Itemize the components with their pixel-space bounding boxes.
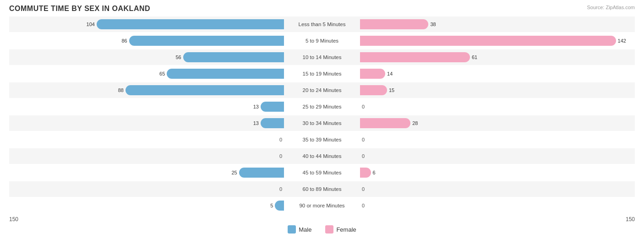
female-bar — [360, 52, 470, 62]
female-section: 38 — [360, 16, 635, 32]
male-section: 86 — [9, 33, 284, 49]
male-value: 13 — [253, 104, 259, 109]
female-value-zero: 0 — [362, 186, 365, 192]
female-bar — [360, 19, 428, 29]
row-label: 5 to 9 Minutes — [284, 38, 360, 43]
female-section: 28 — [360, 115, 635, 131]
female-section: 14 — [360, 66, 635, 81]
row-label: 60 to 89 Minutes — [284, 186, 360, 192]
male-section: 13 — [9, 99, 284, 114]
male-section: 56 — [9, 49, 284, 65]
source-label: Source: ZipAtlas.com — [587, 5, 635, 10]
male-section: 25 — [9, 165, 284, 180]
male-value-zero: 0 — [279, 186, 282, 192]
row-label: 30 to 34 Minutes — [284, 120, 360, 126]
female-bar — [360, 69, 385, 79]
male-bar — [97, 19, 284, 29]
legend-male-label: Male — [299, 226, 311, 233]
female-section: 61 — [360, 49, 635, 65]
row-label: 45 to 59 Minutes — [284, 170, 360, 175]
female-section: 0 — [360, 198, 635, 213]
male-bar — [129, 36, 284, 46]
female-value: 28 — [412, 120, 418, 126]
male-bar — [275, 201, 284, 211]
male-section: 104 — [9, 16, 284, 32]
male-section: 65 — [9, 66, 284, 81]
female-bar — [360, 85, 387, 95]
chart-container: COMMUTE TIME BY SEX IN OAKLAND Source: Z… — [0, 0, 644, 239]
female-bar — [360, 36, 616, 46]
female-section: 0 — [360, 181, 635, 197]
legend-female-swatch — [325, 225, 333, 234]
axis-right: 150 — [626, 216, 635, 223]
female-section: 0 — [360, 132, 635, 147]
male-value: 88 — [118, 87, 124, 93]
female-value: 61 — [472, 54, 477, 60]
male-section: 88 — [9, 82, 284, 98]
chart-row: 590 or more Minutes0 — [9, 198, 635, 213]
chart-row: 035 to 39 Minutes0 — [9, 132, 635, 147]
male-value-zero: 0 — [279, 153, 282, 159]
row-label: 40 to 44 Minutes — [284, 153, 360, 159]
male-bar — [261, 102, 284, 112]
chart-row: 2545 to 59 Minutes6 — [9, 165, 635, 180]
female-value-zero: 0 — [362, 203, 365, 208]
female-value: 142 — [618, 38, 626, 43]
legend: Male Female — [9, 225, 635, 234]
male-section: 0 — [9, 132, 284, 147]
male-bar — [126, 85, 284, 95]
row-label: 35 to 39 Minutes — [284, 137, 360, 142]
male-bar — [239, 168, 284, 178]
chart-row: 8820 to 24 Minutes15 — [9, 82, 635, 98]
legend-female: Female — [325, 225, 356, 234]
chart-row: 6515 to 19 Minutes14 — [9, 66, 635, 81]
legend-male-swatch — [288, 225, 296, 234]
female-value-zero: 0 — [362, 137, 365, 142]
female-bar — [360, 118, 410, 128]
male-value-zero: 0 — [279, 137, 282, 142]
male-bar — [261, 118, 284, 128]
chart-row: 1330 to 34 Minutes28 — [9, 115, 635, 131]
chart-title: COMMUTE TIME BY SEX IN OAKLAND — [9, 5, 635, 13]
row-label: 20 to 24 Minutes — [284, 87, 360, 93]
row-label: 25 to 29 Minutes — [284, 104, 360, 109]
axis-left: 150 — [9, 216, 18, 223]
chart-row: 1325 to 29 Minutes0 — [9, 99, 635, 114]
row-label: Less than 5 Minutes — [284, 22, 360, 27]
female-bar — [360, 168, 371, 178]
female-value: 15 — [389, 87, 394, 93]
axis-labels: 150 150 — [9, 216, 635, 223]
male-value: 86 — [121, 38, 127, 43]
male-section: 5 — [9, 198, 284, 213]
row-label: 90 or more Minutes — [284, 203, 360, 208]
male-value: 25 — [231, 170, 237, 175]
legend-male: Male — [288, 225, 311, 234]
male-section: 0 — [9, 148, 284, 164]
male-section: 0 — [9, 181, 284, 197]
male-value: 56 — [175, 54, 181, 60]
row-label: 10 to 14 Minutes — [284, 54, 360, 60]
chart-row: 060 to 89 Minutes0 — [9, 181, 635, 197]
female-section: 142 — [360, 33, 635, 49]
row-label: 15 to 19 Minutes — [284, 71, 360, 76]
female-section: 0 — [360, 99, 635, 114]
female-value: 14 — [387, 71, 393, 76]
male-value: 65 — [159, 71, 165, 76]
chart-row: 040 to 44 Minutes0 — [9, 148, 635, 164]
male-bar — [183, 52, 284, 62]
male-value: 5 — [270, 203, 273, 208]
legend-female-label: Female — [336, 226, 356, 233]
female-section: 15 — [360, 82, 635, 98]
chart-area: 104Less than 5 Minutes38865 to 9 Minutes… — [9, 16, 635, 213]
female-value-zero: 0 — [362, 104, 365, 109]
male-bar — [167, 69, 284, 79]
chart-row: 104Less than 5 Minutes38 — [9, 16, 635, 32]
male-value: 13 — [253, 120, 259, 126]
chart-row: 5610 to 14 Minutes61 — [9, 49, 635, 65]
female-value-zero: 0 — [362, 153, 365, 159]
female-value: 38 — [430, 22, 436, 27]
female-section: 6 — [360, 165, 635, 180]
male-value: 104 — [87, 22, 95, 27]
female-section: 0 — [360, 148, 635, 164]
chart-row: 865 to 9 Minutes142 — [9, 33, 635, 49]
